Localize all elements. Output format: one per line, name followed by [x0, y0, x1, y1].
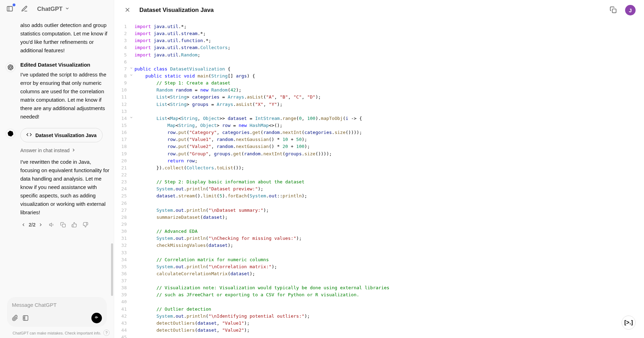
code-content: Map<String, Object> row = new HashMap<>(…	[134, 122, 644, 129]
code-line[interactable]: 5import java.util.Random;	[114, 52, 644, 59]
code-line[interactable]: 43 detectOutliers(dataset, "Value1");	[114, 320, 644, 327]
code-line[interactable]: 9 // Step 1: Create a dataset	[114, 80, 644, 87]
prev-button[interactable]	[20, 222, 27, 228]
tools-button[interactable]	[22, 315, 29, 321]
code-line[interactable]: 24 System.out.println("Dataset preview:"…	[114, 185, 644, 192]
toggle-sidebar-button[interactable]	[5, 4, 15, 14]
code-content: dataset.stream().limit(5).forEach(System…	[134, 192, 644, 200]
code-line[interactable]: 17 row.put("Value1", random.nextGaussian…	[114, 136, 644, 143]
next-button[interactable]	[37, 222, 44, 228]
code-line[interactable]: 15 Map<String, Object> row = new HashMap…	[114, 122, 644, 129]
code-line[interactable]: 45	[114, 334, 644, 338]
sidebar: ChatGPT also adds outlier detection and …	[0, 0, 114, 338]
code-content: row.put("Value2", random.nextGaussian() …	[134, 143, 644, 150]
svg-rect-0	[7, 6, 13, 11]
code-line[interactable]: 32 checkMissingValues(dataset);	[114, 242, 644, 249]
code-line[interactable]: 13	[114, 108, 644, 115]
fold-icon[interactable]	[130, 115, 133, 121]
voice-button[interactable]	[91, 313, 102, 323]
answer-in-chat-link[interactable]: Answer in chat instead	[20, 148, 76, 154]
line-number: 41	[114, 306, 134, 313]
message-input[interactable]: Message ChatGPT	[7, 297, 107, 327]
console-fab[interactable]: [>.]	[622, 316, 636, 330]
code-line[interactable]: 41 // Outlier detection	[114, 306, 644, 313]
code-editor[interactable]: 1import java.util.*;2import java.util.st…	[114, 20, 644, 338]
code-line[interactable]: 33	[114, 249, 644, 256]
code-line[interactable]: 14 List<Map<String, Object>> dataset = I…	[114, 115, 644, 122]
code-content: List<String> groups = Arrays.asList("X",…	[134, 101, 644, 108]
code-line[interactable]: 7public class DatasetVisualization {	[114, 66, 644, 73]
code-line[interactable]: 36 calculateCorrelationMatrix(dataset);	[114, 270, 644, 277]
code-line[interactable]: 35 System.out.println("\nCorrelation mat…	[114, 263, 644, 270]
input-placeholder: Message ChatGPT	[12, 300, 102, 313]
code-line[interactable]: 39 // such as JFreeChart or exporting to…	[114, 291, 644, 298]
code-line[interactable]: 3import java.util.function.*;	[114, 37, 644, 44]
sidebar-icon	[6, 5, 13, 13]
code-line[interactable]: 28 summarizeDataset(dataset);	[114, 214, 644, 221]
code-line[interactable]: 38 // Visualization note: Visualization …	[114, 284, 644, 291]
attach-button[interactable]	[12, 315, 18, 321]
code-line[interactable]: 40	[114, 298, 644, 305]
code-line[interactable]: 8 public static void main(String[] args)…	[114, 73, 644, 80]
avatar[interactable]: J	[625, 5, 636, 15]
code-content: import java.util.Random;	[134, 52, 644, 59]
close-button[interactable]	[123, 5, 132, 15]
code-line[interactable]: 23 // Step 2: Display basic information …	[114, 178, 644, 185]
thumbs-up-button[interactable]	[71, 222, 77, 228]
sidebar-header: ChatGPT	[0, 0, 114, 18]
line-number: 28	[114, 214, 134, 221]
code-line[interactable]: 37	[114, 277, 644, 284]
code-line[interactable]: 30 // Advanced EDA	[114, 228, 644, 235]
code-line[interactable]: 34 // Correlation matrix for numeric col…	[114, 256, 644, 263]
code-line[interactable]: 21 }).collect(Collectors.toList());	[114, 164, 644, 171]
fold-icon[interactable]	[130, 66, 133, 72]
code-line[interactable]: 11 List<String> categories = Arrays.asLi…	[114, 94, 644, 101]
scrollbar-thumb[interactable]	[111, 243, 113, 296]
message-text: I've updated the script to address the e…	[20, 70, 110, 121]
main-header: Dataset Visualization Java J	[114, 0, 644, 20]
copy-button[interactable]	[60, 222, 66, 228]
code-line[interactable]: 4import java.util.stream.Collectors;	[114, 44, 644, 51]
fold-icon[interactable]	[130, 73, 133, 79]
code-content: import java.util.function.*;	[134, 37, 644, 44]
code-line[interactable]: 1import java.util.*;	[114, 23, 644, 30]
copy-code-button[interactable]	[608, 5, 618, 15]
code-line[interactable]: 26	[114, 200, 644, 207]
assistant-message: Edited Dataset Visualization I've update…	[6, 62, 110, 121]
new-chat-button[interactable]	[20, 4, 29, 14]
artifact-chip[interactable]: Dataset Visualization Java	[20, 128, 103, 142]
code-line[interactable]: 22	[114, 171, 644, 178]
code-line[interactable]: 19 row.put("Group", groups.get(random.ne…	[114, 150, 644, 157]
code-line[interactable]: 10 Random random = new Random(42);	[114, 87, 644, 94]
code-line[interactable]: 18 row.put("Value2", random.nextGaussian…	[114, 143, 644, 150]
code-content: // Step 2: Display basic information abo…	[134, 178, 644, 185]
scrollbar[interactable]	[111, 20, 113, 296]
code-line[interactable]: 25 dataset.stream().limit(5).forEach(Sys…	[114, 192, 644, 200]
code-line[interactable]: 12 List<String> groups = Arrays.asList("…	[114, 101, 644, 108]
line-number: 14	[114, 115, 134, 122]
code-line[interactable]: 16 row.put("Category", categories.get(ra…	[114, 129, 644, 136]
line-number: 16	[114, 129, 134, 136]
code-line[interactable]: 42 System.out.println("\nIdentifying pot…	[114, 313, 644, 320]
code-content: public static void main(String[] args) {	[134, 73, 644, 80]
message-text: also adds outlier detection and group st…	[20, 21, 110, 55]
code-line[interactable]: 31 System.out.println("\nChecking for mi…	[114, 235, 644, 242]
thumbs-down-button[interactable]	[82, 222, 89, 228]
code-line[interactable]: 20 return row;	[114, 157, 644, 164]
artifact-title: Dataset Visualization Java	[139, 7, 214, 14]
code-content	[134, 221, 644, 228]
read-aloud-button[interactable]	[49, 222, 55, 228]
model-selector[interactable]: ChatGPT	[34, 4, 72, 14]
line-number: 27	[114, 207, 134, 214]
code-line[interactable]: 27 System.out.println("\nDataset summary…	[114, 207, 644, 214]
code-line[interactable]: 44 detectOutliers(dataset, "Value2");	[114, 327, 644, 334]
help-button[interactable]: ?	[103, 330, 110, 336]
code-line[interactable]: 2import java.util.stream.*;	[114, 30, 644, 37]
code-line[interactable]: 29	[114, 221, 644, 228]
code-content: System.out.println("\nDataset summary:")…	[134, 207, 644, 214]
footer: ChatGPT can make mistakes. Check importa…	[0, 329, 114, 338]
artifact-label: Dataset Visualization Java	[35, 133, 97, 138]
line-number: 12	[114, 101, 134, 108]
code-line[interactable]: 6	[114, 59, 644, 66]
code-content: return row;	[134, 157, 644, 164]
